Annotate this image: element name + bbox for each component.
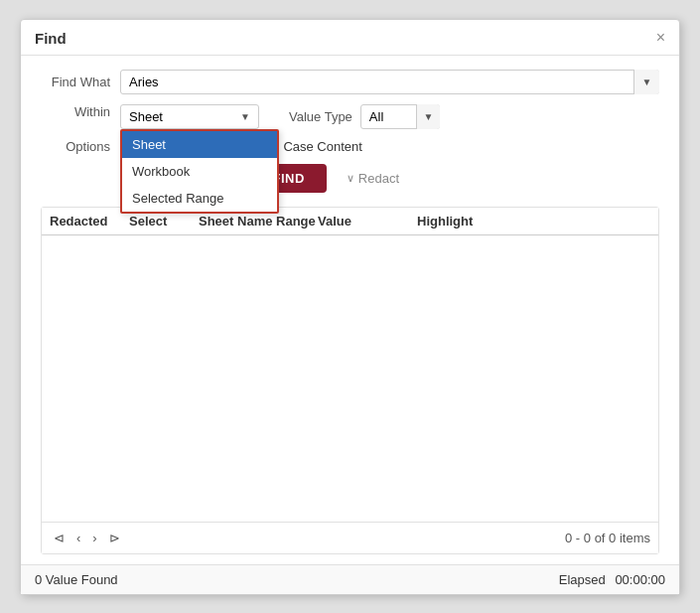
footer-elapsed: Elapsed 00:00:00 bbox=[559, 572, 665, 587]
pagination-info: 0 - 0 of 0 items bbox=[565, 531, 650, 545]
within-selected-value: Sheet bbox=[129, 109, 163, 124]
dialog-body: Find What ▼ Within Sheet ▼ Sheet Workboo… bbox=[21, 56, 679, 564]
within-arrow-icon: ▼ bbox=[240, 111, 250, 122]
first-page-button[interactable]: ⊲ bbox=[50, 529, 69, 547]
within-option-workbook[interactable]: Workbook bbox=[122, 158, 277, 185]
prev-page-button[interactable]: ‹ bbox=[72, 529, 84, 547]
last-page-button[interactable]: ⊳ bbox=[105, 529, 124, 547]
within-dropdown-container: Sheet ▼ Sheet Workbook Selected Range bbox=[120, 104, 259, 129]
col-sheet-name-range: Sheet Name Range bbox=[199, 214, 318, 229]
dialog-header: Find × bbox=[21, 20, 679, 56]
pagination-buttons: ⊲ ‹ › ⊳ bbox=[50, 529, 124, 547]
results-table-wrapper: Redacted Select Sheet Name Range Value H… bbox=[41, 207, 659, 554]
within-option-selected-range[interactable]: Selected Range bbox=[122, 185, 277, 212]
dialog-footer: 0 Value Found Elapsed 00:00:00 bbox=[21, 564, 679, 594]
within-and-valuetype: Sheet ▼ Sheet Workbook Selected Range Va… bbox=[120, 104, 659, 129]
value-type-container: Value Type All ▼ bbox=[289, 104, 440, 129]
within-dropdown-list: Sheet Workbook Selected Range bbox=[120, 129, 279, 214]
find-dialog: Find × Find What ▼ Within Sheet ▼ bbox=[20, 19, 680, 595]
dialog-title: Find bbox=[35, 30, 67, 47]
value-type-select[interactable]: All bbox=[360, 104, 440, 129]
value-type-label: Value Type bbox=[289, 109, 352, 124]
pagination-row: ⊲ ‹ › ⊳ 0 - 0 of 0 items bbox=[42, 522, 658, 553]
value-type-select-wrap: All ▼ bbox=[360, 104, 440, 129]
find-what-row: Find What ▼ bbox=[41, 70, 659, 94]
find-what-label: Find What bbox=[41, 75, 120, 89]
find-what-dropdown-arrow[interactable]: ▼ bbox=[633, 70, 659, 94]
elapsed-label: Elapsed bbox=[559, 572, 606, 587]
elapsed-value: 00:00:00 bbox=[615, 572, 665, 587]
results-body bbox=[42, 235, 658, 522]
close-button[interactable]: × bbox=[656, 30, 665, 46]
col-highlight: Highlight bbox=[417, 214, 496, 229]
col-redacted: Redacted bbox=[50, 214, 129, 229]
redact-chevron-icon: ∨ bbox=[347, 172, 354, 185]
within-label: Within bbox=[41, 104, 120, 119]
footer-status: 0 Value Found bbox=[35, 572, 118, 587]
within-option-sheet[interactable]: Sheet bbox=[122, 131, 277, 158]
col-value: Value bbox=[318, 214, 417, 229]
options-label: Options bbox=[41, 139, 120, 154]
next-page-button[interactable]: › bbox=[88, 529, 100, 547]
within-row: Within Sheet ▼ Sheet Workbook Selected R… bbox=[41, 104, 659, 129]
find-what-input-wrapper: ▼ bbox=[120, 70, 659, 94]
redact-button-text: Redact bbox=[358, 171, 399, 186]
redact-button[interactable]: ∨ Redact bbox=[347, 171, 399, 186]
col-select: Select bbox=[129, 214, 199, 229]
within-dropdown-button[interactable]: Sheet ▼ bbox=[120, 104, 259, 129]
find-what-input[interactable] bbox=[120, 70, 659, 94]
